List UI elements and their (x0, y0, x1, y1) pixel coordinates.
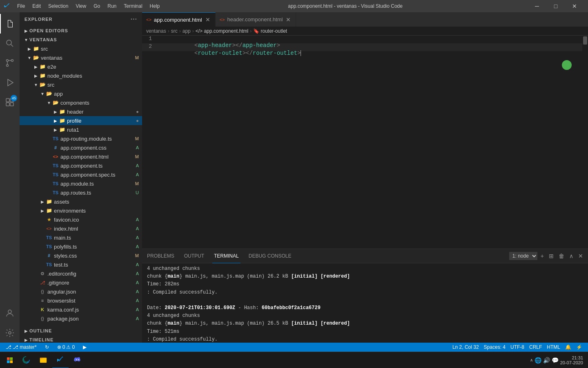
code-editor[interactable]: 1 <app-header></app-header> 2 <router-ou… (142, 36, 588, 249)
close-button[interactable]: ✕ (565, 0, 584, 12)
status-remote[interactable]: ⚡ (574, 343, 585, 352)
sidebar-item-editorconfig[interactable]: ⚙ .editorconfig A (20, 269, 142, 278)
status-language[interactable]: HTML (544, 343, 563, 352)
sidebar-item-karma[interactable]: K karma.conf.js A (20, 305, 142, 314)
sidebar-item-ventanas[interactable]: ▼ 📂 ventanas M (20, 53, 142, 62)
sidebar-item-profile[interactable]: ▶ 📁 profile ● (20, 116, 142, 125)
status-branch[interactable]: ⎇ ⎇ master* (3, 343, 39, 352)
sidebar-item-src[interactable]: ▼ 📂 src (20, 80, 142, 89)
taskbar-edge[interactable] (18, 352, 34, 368)
taskbar-discord[interactable] (69, 352, 86, 368)
sidebar-section-outline[interactable]: ▶ OUTLINE (20, 326, 142, 335)
activity-git[interactable] (0, 53, 20, 73)
activity-extensions[interactable]: 45 (0, 92, 20, 112)
sidebar-item-index-html[interactable]: <> index.html A (20, 224, 142, 233)
tab-close-button[interactable]: ✕ (205, 16, 211, 23)
sidebar-item-app-ts[interactable]: TS app.component.ts A (20, 161, 142, 170)
taskbar-vscode[interactable] (52, 352, 69, 368)
menu-terminal[interactable]: Terminal (120, 2, 145, 10)
status-position[interactable]: Ln 2, Col 32 (450, 343, 481, 352)
sidebar-item-header[interactable]: ▶ 📁 header ● (20, 107, 142, 116)
sidebar-item-app-routes[interactable]: TS app.routes.ts U (20, 188, 142, 197)
sidebar-section-timeline[interactable]: ▶ TIMELINE (20, 335, 142, 343)
sidebar-item-src-top[interactable]: ▶ 📁 src (20, 44, 142, 53)
sidebar-item-assets[interactable]: ▶ 📁 assets (20, 197, 142, 206)
volume-icon[interactable]: 🔊 (543, 357, 550, 364)
tab-terminal[interactable]: TERMINAL (212, 249, 241, 263)
sidebar-item-app-css[interactable]: # app.component.css A (20, 143, 142, 152)
menu-go[interactable]: Go (90, 2, 103, 10)
sidebar-item-polyfills[interactable]: TS polyfills.ts A (20, 242, 142, 251)
sidebar-item-package-json[interactable]: {} package.json A (20, 314, 142, 323)
sidebar-item-ruta1[interactable]: ▶ 📁 ruta1 (20, 125, 142, 134)
sidebar-section-open-editors[interactable]: ▶ OPEN EDITORS (20, 26, 142, 35)
taskbar-file-explorer[interactable] (35, 352, 51, 368)
menu-help[interactable]: Help (147, 2, 163, 10)
close-panel-button[interactable]: ✕ (577, 252, 585, 260)
sidebar-item-node-modules[interactable]: ▶ 📁 node_modules (20, 71, 142, 80)
tab-close-button2[interactable]: ✕ (285, 16, 292, 23)
maximize-button[interactable]: □ (546, 0, 565, 12)
menu-view[interactable]: View (72, 2, 89, 10)
sidebar-item-components[interactable]: ▼ 📂 components (20, 98, 142, 107)
sidebar-item-favicon[interactable]: ★ favicon.ico A (20, 215, 142, 224)
activity-debug[interactable] (0, 73, 20, 92)
status-sync[interactable]: ↻ (42, 343, 51, 352)
taskbar-start-button[interactable] (2, 352, 18, 368)
status-encoding[interactable]: UTF-8 (508, 343, 527, 352)
terminal-content[interactable]: 4 unchanged chunks chunk {main} main.js,… (142, 263, 588, 343)
breadcrumb-src[interactable]: src (171, 28, 178, 34)
sidebar-item-e2e[interactable]: ▶ 📁 e2e (20, 62, 142, 71)
status-run[interactable]: ▶ (80, 343, 89, 352)
tab-header-component-html[interactable]: <> header.component.html ✕ (216, 12, 296, 27)
breadcrumb-ventanas[interactable]: ventanas (146, 28, 166, 34)
tab-debug-console[interactable]: DEBUG CONSOLE (247, 249, 293, 263)
breadcrumb-file[interactable]: </> app.component.html (196, 28, 248, 34)
sidebar-item-app[interactable]: ▼ 📂 app (20, 89, 142, 98)
activity-settings[interactable] (0, 323, 20, 343)
sidebar-item-environments[interactable]: ▶ 📁 environments (20, 206, 142, 215)
sidebar-item-gitignore[interactable]: ⎇ .gitignore A (20, 278, 142, 287)
breadcrumb-router-outlet[interactable]: 🔖 router-outlet (253, 28, 287, 34)
status-spaces[interactable]: Spaces: 4 (481, 343, 508, 352)
editor-scrollbar[interactable] (582, 36, 588, 249)
taskbar-clock[interactable]: 21:31 20-07-2020 (560, 355, 583, 365)
notification-icon[interactable]: 💬 (552, 357, 559, 364)
sidebar-section-ventanas[interactable]: ▼ VENTANAS (20, 35, 142, 44)
ts-file-icon: TS (52, 172, 59, 177)
new-terminal-button[interactable]: + (539, 252, 546, 260)
status-errors[interactable]: ⊗ 0 ⚠ 0 (55, 343, 77, 352)
sidebar-menu-icon[interactable]: ··· (131, 16, 137, 23)
activity-accounts[interactable] (0, 303, 20, 323)
sidebar-item-app-html[interactable]: <> app.component.html M (20, 152, 142, 161)
title-bar-menu[interactable]: File Edit Selection View Go Run Terminal… (14, 2, 163, 10)
tab-app-component-html[interactable]: <> app.component.html ✕ (142, 12, 216, 27)
sidebar-item-test-ts[interactable]: TS test.ts A (20, 260, 142, 269)
sidebar-item-app-spec[interactable]: TS app.component.spec.ts A (20, 170, 142, 179)
system-tray-chevron[interactable]: ∧ (530, 358, 533, 362)
title-bar-controls[interactable]: ─ □ ✕ (528, 0, 584, 12)
breadcrumb-app[interactable]: app (183, 28, 191, 34)
sidebar-item-app-routing[interactable]: TS app-routing.module.ts M (20, 134, 142, 143)
status-notifications[interactable]: 🔔 (563, 343, 574, 352)
status-line-ending[interactable]: CRLF (527, 343, 544, 352)
minimize-button[interactable]: ─ (528, 0, 546, 12)
activity-search[interactable] (0, 34, 20, 53)
sidebar-item-browserslist[interactable]: ≡ browserslist A (20, 296, 142, 305)
menu-edit[interactable]: Edit (29, 2, 44, 10)
sidebar-item-angular-json[interactable]: {} angular.json A (20, 287, 142, 296)
menu-run[interactable]: Run (104, 2, 120, 10)
network-icon[interactable]: 🌐 (535, 357, 541, 364)
tab-problems[interactable]: PROBLEMS (145, 249, 176, 263)
sidebar-item-app-module[interactable]: TS app.module.ts M (20, 179, 142, 188)
sidebar-item-main-ts[interactable]: TS main.ts A (20, 233, 142, 242)
menu-selection[interactable]: Selection (45, 2, 71, 10)
kill-terminal-button[interactable]: 🗑 (557, 252, 566, 260)
sidebar-item-styles-css[interactable]: # styles.css M (20, 251, 142, 260)
maximize-panel-button[interactable]: ∧ (568, 252, 575, 260)
tab-output[interactable]: OUTPUT (183, 249, 206, 263)
split-terminal-button[interactable]: ⊞ (547, 252, 555, 260)
terminal-select[interactable]: 1: node (509, 252, 537, 260)
menu-file[interactable]: File (14, 2, 28, 10)
activity-explorer[interactable] (0, 14, 20, 34)
